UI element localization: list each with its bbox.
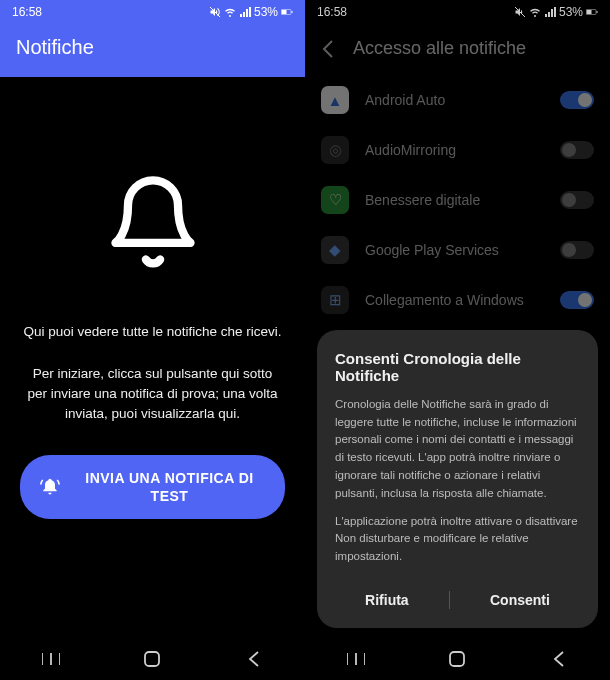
svg-rect-7 bbox=[145, 652, 159, 666]
app-row[interactable]: ⊞Collegamento a Windows bbox=[321, 275, 594, 325]
button-label: INVIA UNA NOTIFICA DI TEST bbox=[74, 469, 265, 505]
back-button[interactable] bbox=[529, 651, 589, 667]
battery-icon bbox=[586, 6, 598, 18]
status-bar: 16:58 53% bbox=[305, 0, 610, 24]
app-name: Android Auto bbox=[365, 92, 544, 108]
bell-icon bbox=[103, 167, 203, 277]
recents-button[interactable] bbox=[21, 650, 81, 668]
toggle[interactable] bbox=[560, 291, 594, 309]
svg-rect-15 bbox=[450, 652, 464, 666]
signal-icon bbox=[239, 6, 251, 18]
app-name: Benessere digitale bbox=[365, 192, 544, 208]
intro-text: Qui puoi vedere tutte le notifiche che r… bbox=[23, 323, 281, 342]
bell-ring-icon bbox=[40, 476, 60, 498]
wifi-icon bbox=[224, 6, 236, 18]
app-name: Google Play Services bbox=[365, 242, 544, 258]
status-icons: 53% bbox=[514, 5, 598, 19]
status-bar: 16:58 53% bbox=[0, 0, 305, 24]
signal-icon bbox=[544, 6, 556, 18]
recents-button[interactable] bbox=[326, 650, 386, 668]
toggle[interactable] bbox=[560, 191, 594, 209]
home-button[interactable] bbox=[122, 651, 182, 667]
instruction-text: Per iniziare, clicca sul pulsante qui so… bbox=[20, 364, 285, 425]
page-title: Accesso alle notifiche bbox=[353, 38, 526, 59]
dialog-paragraph-1: Cronologia delle Notifiche sarà in grado… bbox=[335, 396, 580, 503]
app-row[interactable]: ◆Google Play Services bbox=[321, 225, 594, 275]
allow-button[interactable]: Consenti bbox=[470, 582, 570, 618]
main-content: Qui puoi vedere tutte le notifiche che r… bbox=[0, 77, 305, 680]
toggle[interactable] bbox=[560, 91, 594, 109]
app-row[interactable]: ◎AudioMirroring bbox=[321, 125, 594, 175]
battery-text: 53% bbox=[254, 5, 278, 19]
dialog-body: Cronologia delle Notifiche sarà in grado… bbox=[335, 396, 580, 566]
svg-rect-10 bbox=[587, 10, 592, 14]
app-name: Collegamento a Windows bbox=[365, 292, 544, 308]
status-time: 16:58 bbox=[12, 5, 42, 19]
toggle[interactable] bbox=[560, 241, 594, 259]
back-icon[interactable] bbox=[321, 40, 335, 58]
divider bbox=[449, 591, 450, 609]
svg-rect-3 bbox=[292, 11, 293, 13]
status-time: 16:58 bbox=[317, 5, 347, 19]
app-icon: ♡ bbox=[321, 186, 349, 214]
svg-rect-11 bbox=[597, 11, 598, 13]
dialog-title: Consenti Cronologia delle Notifiche bbox=[335, 350, 580, 384]
app-row[interactable]: ♡Benessere digitale bbox=[321, 175, 594, 225]
battery-text: 53% bbox=[559, 5, 583, 19]
mute-icon bbox=[514, 6, 526, 18]
svg-rect-2 bbox=[282, 10, 287, 14]
app-icon: ▲ bbox=[321, 86, 349, 114]
nav-bar bbox=[0, 638, 305, 680]
status-icons: 53% bbox=[209, 5, 293, 19]
send-test-notification-button[interactable]: INVIA UNA NOTIFICA DI TEST bbox=[20, 455, 285, 519]
battery-icon bbox=[281, 6, 293, 18]
deny-button[interactable]: Rifiuta bbox=[345, 582, 429, 618]
page-title: Notifiche bbox=[0, 24, 305, 77]
app-icon: ◆ bbox=[321, 236, 349, 264]
nav-bar bbox=[305, 638, 610, 680]
dialog-paragraph-2: L'applicazione potrà inoltre attivare o … bbox=[335, 513, 580, 566]
dialog-actions: Rifiuta Consenti bbox=[335, 578, 580, 618]
app-name: AudioMirroring bbox=[365, 142, 544, 158]
app-row[interactable]: ▲Android Auto bbox=[321, 75, 594, 125]
mute-icon bbox=[209, 6, 221, 18]
wifi-icon bbox=[529, 6, 541, 18]
back-button[interactable] bbox=[224, 651, 284, 667]
permission-dialog: Consenti Cronologia delle Notifiche Cron… bbox=[317, 330, 598, 628]
settings-header: Accesso alle notifiche bbox=[305, 24, 610, 75]
app-icon: ⊞ bbox=[321, 286, 349, 314]
toggle[interactable] bbox=[560, 141, 594, 159]
app-icon: ◎ bbox=[321, 136, 349, 164]
home-button[interactable] bbox=[427, 651, 487, 667]
